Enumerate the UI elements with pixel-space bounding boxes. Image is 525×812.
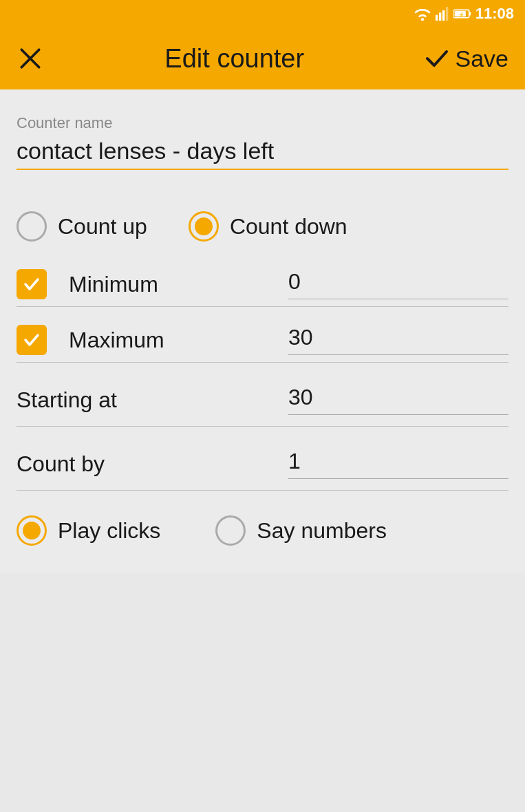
count-up-option[interactable]: Count up — [17, 211, 147, 242]
say-numbers-label: Say numbers — [257, 518, 387, 544]
play-clicks-label: Play clicks — [58, 518, 160, 544]
count-by-divider — [17, 490, 508, 491]
minimum-divider — [17, 306, 508, 307]
counter-name-field: Counter name — [17, 114, 508, 191]
svg-rect-1 — [439, 12, 441, 21]
starting-at-input[interactable] — [288, 385, 508, 415]
close-button[interactable] — [17, 45, 44, 72]
count-down-radio[interactable] — [189, 211, 219, 242]
count-by-input[interactable] — [288, 449, 508, 479]
count-direction-group: Count up Count down — [17, 211, 508, 242]
play-clicks-radio-inner — [23, 522, 41, 539]
svg-rect-2 — [442, 10, 444, 21]
maximum-checkbox[interactable] — [17, 325, 47, 355]
count-up-label: Count up — [58, 214, 147, 239]
status-time: 11:08 — [475, 5, 514, 23]
maximum-row: Maximum — [17, 318, 508, 362]
count-down-label: Count down — [230, 214, 347, 239]
svg-text:⚡: ⚡ — [458, 12, 465, 18]
wifi-icon — [414, 7, 431, 21]
count-up-radio[interactable] — [17, 211, 47, 242]
count-by-row: Count by — [17, 438, 508, 484]
svg-rect-5 — [469, 12, 470, 16]
counter-name-input[interactable] — [17, 138, 508, 170]
minimum-section: Minimum — [17, 262, 508, 307]
starting-at-section: Starting at — [17, 374, 508, 427]
page-title: Edit counter — [164, 44, 304, 74]
save-label: Save — [455, 45, 508, 72]
status-icons: ⚡ 11:08 — [414, 5, 514, 23]
count-down-option[interactable]: Count down — [189, 211, 347, 242]
say-numbers-radio[interactable] — [215, 515, 246, 546]
minimum-checkbox[interactable] — [17, 269, 47, 299]
save-button[interactable]: Save — [425, 45, 508, 72]
count-by-label: Count by — [17, 451, 105, 477]
count-down-radio-inner — [195, 217, 213, 235]
maximum-left: Maximum — [17, 325, 164, 355]
signal-icon — [436, 7, 449, 21]
play-clicks-option[interactable]: Play clicks — [17, 515, 160, 546]
maximum-label: Maximum — [69, 328, 164, 353]
starting-at-row: Starting at — [17, 374, 508, 420]
svg-rect-3 — [446, 7, 448, 21]
count-by-section: Count by — [17, 438, 508, 491]
say-numbers-option[interactable]: Say numbers — [215, 515, 387, 546]
starting-at-label: Starting at — [17, 387, 117, 413]
svg-rect-0 — [436, 15, 438, 21]
minimum-input[interactable] — [288, 269, 508, 299]
maximum-section: Maximum — [17, 318, 508, 363]
toolbar: Edit counter Save — [0, 28, 525, 89]
starting-at-divider — [17, 426, 508, 427]
maximum-divider — [17, 362, 508, 363]
maximum-input[interactable] — [288, 325, 508, 355]
sound-options-group: Play clicks Say numbers — [17, 515, 508, 546]
counter-name-label: Counter name — [17, 114, 508, 132]
status-bar: ⚡ 11:08 — [0, 0, 525, 28]
battery-icon: ⚡ — [453, 7, 471, 21]
minimum-row: Minimum — [17, 262, 508, 306]
minimum-left: Minimum — [17, 269, 158, 299]
minimum-label: Minimum — [69, 272, 158, 297]
play-clicks-radio[interactable] — [17, 515, 47, 546]
main-content: Counter name Count up Count down — [0, 89, 525, 573]
